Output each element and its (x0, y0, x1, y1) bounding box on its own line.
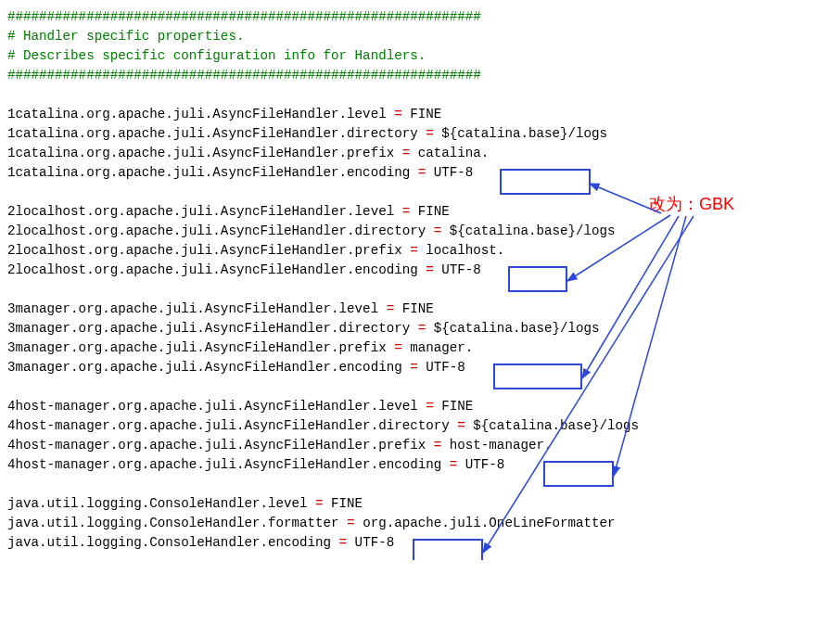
property-value: ${catalina.base}/logs (434, 126, 607, 141)
code-line: ########################################… (7, 7, 840, 27)
equals-sign: = (394, 107, 402, 121)
property-key: 3manager.org.apache.juli.AsyncFileHandle… (7, 321, 418, 336)
lines-container: ########################################… (7, 7, 840, 553)
property-key: 2localhost.org.apache.juli.AsyncFileHand… (7, 204, 402, 219)
property-key: java.util.logging.ConsoleHandler.level (7, 496, 315, 511)
code-line: ########################################… (7, 66, 840, 85)
property-key: 2localhost.org.apache.juli.AsyncFileHand… (7, 262, 426, 277)
equals-sign: = (394, 340, 402, 355)
code-line: 2localhost.org.apache.juli.AsyncFileHand… (7, 202, 840, 222)
equals-sign: = (410, 243, 418, 258)
property-key: 3manager.org.apache.juli.AsyncFileHandle… (7, 340, 394, 355)
code-line (7, 183, 840, 202)
code-line: 3manager.org.apache.juli.AsyncFileHandle… (7, 358, 840, 377)
code-line: # Handler specific properties. (7, 27, 840, 46)
code-line: 1catalina.org.apache.juli.AsyncFileHandl… (7, 163, 840, 183)
property-value: org.apache.juli.OneLineFormatter (355, 516, 616, 530)
equals-sign: = (418, 165, 426, 180)
property-key: 2localhost.org.apache.juli.AsyncFileHand… (7, 223, 434, 238)
code-line: 4host-manager.org.apache.juli.AsyncFileH… (7, 436, 840, 455)
property-value: ${catalina.base}/logs (441, 223, 615, 238)
code-line: 3manager.org.apache.juli.AsyncFileHandle… (7, 338, 840, 358)
equals-sign: = (426, 262, 434, 277)
code-line: java.util.logging.ConsoleHandler.encodin… (7, 533, 840, 553)
property-key: 4host-manager.org.apache.juli.AsyncFileH… (7, 418, 457, 433)
code-line: 2localhost.org.apache.juli.AsyncFileHand… (7, 241, 840, 261)
code-line (7, 85, 840, 105)
property-key: 2localhost.org.apache.juli.AsyncFileHand… (7, 243, 410, 258)
equals-sign: = (402, 146, 411, 160)
property-key: 4host-manager.org.apache.juli.AsyncFileH… (7, 438, 434, 453)
equals-sign: = (387, 301, 395, 316)
property-key: 1catalina.org.apache.juli.AsyncFileHandl… (7, 107, 394, 121)
property-value: host-manager. (441, 438, 552, 453)
code-line: 1catalina.org.apache.juli.AsyncFileHandl… (7, 124, 840, 144)
equals-sign: = (410, 360, 418, 375)
code-line: 4host-manager.org.apache.juli.AsyncFileH… (7, 455, 840, 475)
code-line: 4host-manager.org.apache.juli.AsyncFileH… (7, 416, 840, 436)
property-key: 3manager.org.apache.juli.AsyncFileHandle… (7, 301, 387, 316)
equals-sign: = (426, 399, 434, 414)
property-key: java.util.logging.ConsoleHandler.encodin… (7, 535, 339, 550)
equals-sign: = (315, 496, 324, 511)
code-block: ########################################… (7, 7, 840, 553)
code-line: 2localhost.org.apache.juli.AsyncFileHand… (7, 261, 840, 280)
property-value: localhost. (418, 243, 505, 258)
comment-text: ########################################… (7, 9, 481, 24)
property-key: 1catalina.org.apache.juli.AsyncFileHandl… (7, 165, 418, 180)
equals-sign: = (426, 126, 434, 141)
property-value: FINE (394, 301, 434, 316)
equals-sign: = (402, 204, 411, 219)
equals-sign: = (418, 321, 426, 336)
property-value: FINE (434, 399, 474, 414)
comment-text: # Handler specific properties. (7, 29, 244, 44)
property-value: catalina. (410, 146, 489, 160)
equals-sign: = (347, 516, 355, 530)
property-value: manager. (402, 340, 474, 355)
equals-sign: = (457, 418, 465, 433)
property-value: UTF-8 (457, 457, 504, 472)
code-line: 3manager.org.apache.juli.AsyncFileHandle… (7, 319, 840, 338)
property-value: ${catalina.base}/logs (465, 418, 639, 433)
code-line: 1catalina.org.apache.juli.AsyncFileHandl… (7, 105, 840, 124)
code-line: 1catalina.org.apache.juli.AsyncFileHandl… (7, 144, 840, 163)
code-line: 4host-manager.org.apache.juli.AsyncFileH… (7, 397, 840, 416)
property-key: 1catalina.org.apache.juli.AsyncFileHandl… (7, 146, 402, 160)
property-key: 4host-manager.org.apache.juli.AsyncFileH… (7, 399, 426, 414)
property-value: FINE (402, 107, 442, 121)
code-line (7, 475, 840, 494)
code-line: java.util.logging.ConsoleHandler.level =… (7, 494, 840, 514)
code-line: # Describes specific configuration info … (7, 46, 840, 66)
code-line: java.util.logging.ConsoleHandler.formatt… (7, 514, 840, 533)
property-key: 3manager.org.apache.juli.AsyncFileHandle… (7, 360, 410, 375)
code-line (7, 377, 840, 397)
property-value: FINE (410, 204, 450, 219)
code-line (7, 280, 840, 300)
comment-text: ########################################… (7, 68, 481, 83)
comment-text: # Describes specific configuration info … (7, 48, 426, 63)
property-key: 1catalina.org.apache.juli.AsyncFileHandl… (7, 126, 426, 141)
code-line: 2localhost.org.apache.juli.AsyncFileHand… (7, 222, 840, 241)
property-value: UTF-8 (347, 535, 394, 550)
equals-sign: = (339, 535, 348, 550)
property-key: 4host-manager.org.apache.juli.AsyncFileH… (7, 457, 450, 472)
property-value: UTF-8 (434, 262, 481, 277)
equals-sign: = (434, 223, 442, 238)
equals-sign: = (434, 438, 442, 453)
property-value: ${catalina.base}/logs (426, 321, 599, 336)
property-key: java.util.logging.ConsoleHandler.formatt… (7, 516, 347, 530)
property-value: UTF-8 (426, 165, 473, 180)
property-value: UTF-8 (418, 360, 465, 375)
code-line: 3manager.org.apache.juli.AsyncFileHandle… (7, 300, 840, 319)
property-value: FINE (324, 496, 363, 511)
